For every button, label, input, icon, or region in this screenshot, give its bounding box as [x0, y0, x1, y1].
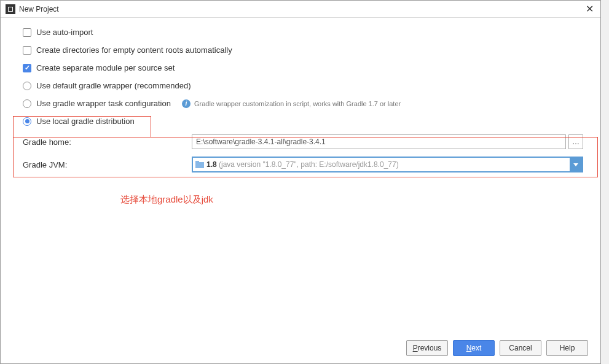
label-default-wrapper: Use default gradle wrapper (recommended)	[36, 81, 191, 90]
cancel-button[interactable]: Cancel	[500, 340, 541, 356]
jvm-version: 1.8	[206, 160, 217, 169]
row-gradle-home: Gradle home: …	[23, 134, 583, 149]
folder-icon	[195, 161, 204, 168]
jvm-details: (java version "1.8.0_77", path: E:/softw…	[217, 160, 399, 169]
radio-local-dist[interactable]	[23, 117, 31, 126]
info-icon	[182, 99, 191, 108]
gradle-home-input[interactable]	[192, 134, 566, 149]
label-gradle-jvm: Gradle JVM:	[23, 160, 192, 169]
wrapper-hint: Gradle wrapper customization in script, …	[194, 100, 401, 107]
checkbox-separate-module[interactable]	[23, 64, 31, 72]
previous-button[interactable]: Previous	[406, 340, 448, 356]
new-project-dialog: New Project ✕ Use auto-import Create dir…	[0, 0, 601, 364]
button-bar: Previous Next Cancel Help	[406, 340, 588, 356]
dialog-title: New Project	[19, 5, 583, 14]
dialog-content: Use auto-import Create directories for e…	[1, 18, 600, 172]
svg-rect-4	[195, 161, 199, 163]
next-button[interactable]: Next	[453, 340, 495, 356]
app-icon	[6, 4, 15, 14]
option-auto-import[interactable]: Use auto-import	[23, 28, 583, 37]
radio-wrapper-task[interactable]	[23, 99, 31, 108]
checkbox-auto-import[interactable]	[23, 28, 31, 37]
option-default-wrapper[interactable]: Use default gradle wrapper (recommended)	[23, 81, 583, 90]
label-local-dist: Use local gradle distribution	[36, 117, 135, 126]
label-separate-module: Create separate module per source set	[36, 63, 175, 72]
label-create-dirs: Create directories for empty content roo…	[36, 45, 232, 55]
annotation-text: 选择本地gradle以及jdk	[120, 194, 213, 206]
option-wrapper-task[interactable]: Use gradle wrapper task configuration Gr…	[23, 99, 583, 108]
help-button[interactable]: Help	[546, 340, 588, 356]
label-gradle-home: Gradle home:	[23, 137, 192, 147]
gradle-jvm-combo[interactable]: 1.8 (java version "1.8.0_77", path: E:/s…	[192, 157, 583, 172]
radio-default-wrapper[interactable]	[23, 82, 31, 90]
close-icon[interactable]: ✕	[583, 3, 595, 15]
label-auto-import: Use auto-import	[36, 28, 93, 37]
browse-button[interactable]: …	[568, 134, 583, 149]
option-separate-module[interactable]: Create separate module per source set	[23, 63, 583, 72]
option-create-dirs[interactable]: Create directories for empty content roo…	[23, 45, 583, 55]
next-rest: ext	[471, 344, 481, 352]
label-wrapper-task: Use gradle wrapper task configuration	[36, 99, 171, 108]
row-gradle-jvm: Gradle JVM: 1.8 (java version "1.8.0_77"…	[23, 157, 583, 172]
checkbox-create-dirs[interactable]	[23, 46, 31, 55]
svg-rect-2	[9, 7, 12, 11]
option-local-dist[interactable]: Use local gradle distribution	[23, 117, 583, 126]
chevron-down-icon[interactable]	[570, 158, 582, 171]
titlebar: New Project ✕	[1, 1, 600, 18]
prev-rest: revious	[418, 344, 442, 352]
